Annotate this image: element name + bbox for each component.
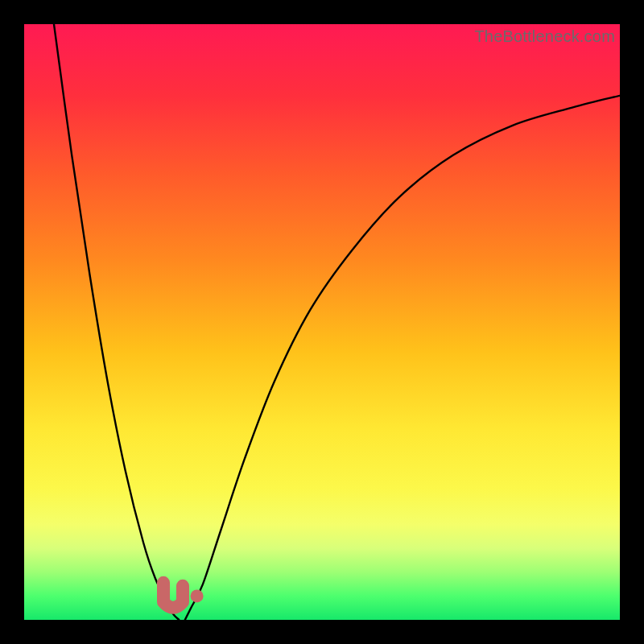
right-curve bbox=[185, 96, 620, 620]
watermark-text: TheBottleneck.com bbox=[474, 27, 615, 46]
u-blob-marker bbox=[163, 583, 183, 608]
curve-layer bbox=[24, 24, 620, 620]
left-curve bbox=[54, 24, 179, 620]
plot-area: TheBottleneck.com bbox=[24, 24, 620, 620]
dot-marker bbox=[191, 589, 204, 602]
